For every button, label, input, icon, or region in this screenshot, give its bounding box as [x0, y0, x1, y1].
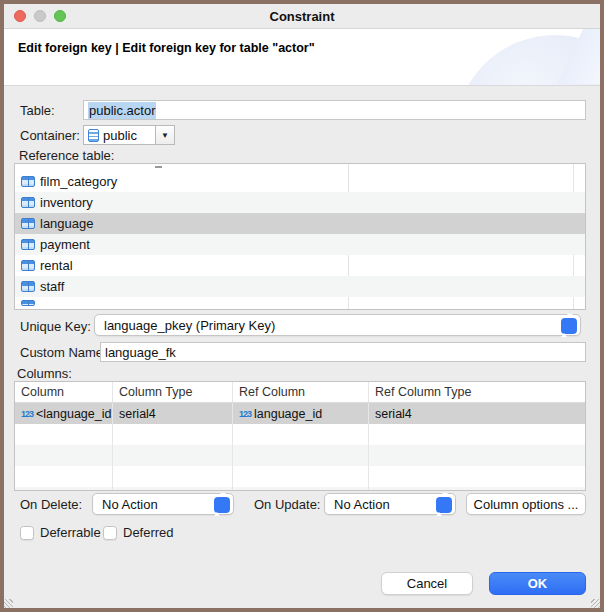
- empty-row: [15, 445, 585, 466]
- list-item-staff[interactable]: staff: [15, 276, 585, 297]
- empty-row: [15, 424, 585, 445]
- on-delete-value: No Action: [102, 497, 158, 512]
- unique-key-label: Unique Key:: [20, 319, 91, 334]
- on-delete-dropdown[interactable]: No Action: [92, 493, 234, 515]
- table-icon: [21, 260, 35, 271]
- numeric-column-icon: 123: [239, 409, 251, 419]
- column-options-button[interactable]: Column options ...: [466, 493, 586, 515]
- container-combo[interactable]: public ▼: [83, 125, 175, 145]
- ok-button[interactable]: OK: [489, 572, 586, 595]
- table-name: inventory: [40, 195, 93, 210]
- table-name: staff: [40, 279, 64, 294]
- deferrable-label: Deferrable: [40, 525, 101, 540]
- table-input[interactable]: public.actor: [83, 100, 586, 120]
- cell-ref-column: language_id: [254, 407, 322, 421]
- custom-name-input[interactable]: language_fk: [100, 342, 586, 362]
- on-delete-label: On Delete:: [20, 497, 82, 512]
- header-ref-column[interactable]: Ref Column: [233, 382, 369, 402]
- empty-row-partial: [15, 487, 585, 491]
- unique-key-value: language_pkey (Primary Key): [104, 318, 275, 333]
- popup-stepper-icon[interactable]: [214, 497, 230, 513]
- container-combo-value: public: [103, 128, 137, 143]
- deferred-label: Deferred: [123, 525, 174, 540]
- list-item-film-category[interactable]: film_category: [15, 171, 585, 192]
- popup-stepper-icon[interactable]: [436, 497, 452, 513]
- cell-column: <language_id>: [36, 407, 113, 421]
- window-title: Constraint: [4, 9, 600, 24]
- on-update-label: On Update:: [254, 497, 321, 512]
- table-name: film_category: [40, 174, 117, 189]
- table-input-value: public.actor: [88, 102, 156, 119]
- popup-stepper-icon[interactable]: [561, 318, 577, 334]
- dialog-banner: Edit foreign key | Edit foreign key for …: [4, 29, 600, 86]
- table-icon: [21, 197, 35, 208]
- resize-grip[interactable]: [4, 599, 13, 608]
- list-item-payment[interactable]: payment: [15, 234, 585, 255]
- custom-name-label: Custom Name:: [20, 345, 107, 360]
- columns-table-row-selected[interactable]: 123 <language_id> serial4 123 language_i…: [15, 403, 585, 424]
- resize-grip[interactable]: [591, 599, 600, 608]
- columns-table[interactable]: Column Column Type Ref Column Ref Column…: [14, 381, 586, 491]
- container-label: Container:: [20, 128, 80, 143]
- empty-row: [15, 466, 585, 487]
- container-dropdown-arrow-icon[interactable]: ▼: [155, 125, 175, 145]
- on-update-value: No Action: [334, 497, 390, 512]
- table-icon: [21, 239, 35, 250]
- reference-table-list[interactable]: film_category inventory language payment…: [14, 163, 586, 310]
- numeric-column-icon: 123: [21, 409, 33, 419]
- list-item-inventory[interactable]: inventory: [15, 192, 585, 213]
- deferred-checkrow: Deferred: [103, 525, 174, 540]
- table-name: payment: [40, 237, 90, 252]
- unique-key-dropdown[interactable]: language_pkey (Primary Key): [94, 314, 581, 336]
- list-item-language-selected[interactable]: language: [15, 213, 585, 234]
- columns-table-header-row: Column Column Type Ref Column Ref Column…: [15, 382, 585, 403]
- table-icon: [21, 218, 35, 229]
- banner-decoration-2: [530, 29, 600, 84]
- reference-table-label: Reference table:: [19, 148, 114, 163]
- table-name: rental: [40, 258, 73, 273]
- constraint-dialog: Constraint Edit foreign key | Edit forei…: [0, 0, 604, 612]
- schema-icon: [88, 129, 99, 142]
- on-update-dropdown[interactable]: No Action: [324, 493, 456, 515]
- deferrable-checkrow: Deferrable: [20, 525, 101, 540]
- cell-column-type: serial4: [119, 407, 156, 421]
- title-bar: Constraint: [4, 4, 600, 29]
- table-icon: [21, 300, 35, 306]
- columns-label: Columns:: [17, 366, 72, 381]
- header-ref-column-type[interactable]: Ref Column Type: [369, 382, 585, 402]
- table-icon: [21, 176, 35, 187]
- list-item-partial-top: [15, 164, 585, 171]
- cancel-button[interactable]: Cancel: [381, 572, 473, 595]
- table-icon: [21, 281, 35, 292]
- banner-message: Edit foreign key | Edit foreign key for …: [18, 41, 315, 55]
- header-column[interactable]: Column: [15, 382, 113, 402]
- table-label: Table:: [20, 103, 55, 118]
- cell-ref-column-type: serial4: [375, 407, 412, 421]
- custom-name-value: language_fk: [105, 345, 176, 360]
- deferrable-checkbox[interactable]: [20, 526, 34, 540]
- header-column-type[interactable]: Column Type: [113, 382, 233, 402]
- container-combo-field[interactable]: public: [83, 125, 155, 145]
- list-item-rental[interactable]: rental: [15, 255, 585, 276]
- table-name: language: [40, 216, 94, 231]
- deferred-checkbox[interactable]: [103, 526, 117, 540]
- clipped-row-fragment: [155, 166, 162, 168]
- list-item-partial-bottom: [15, 297, 585, 310]
